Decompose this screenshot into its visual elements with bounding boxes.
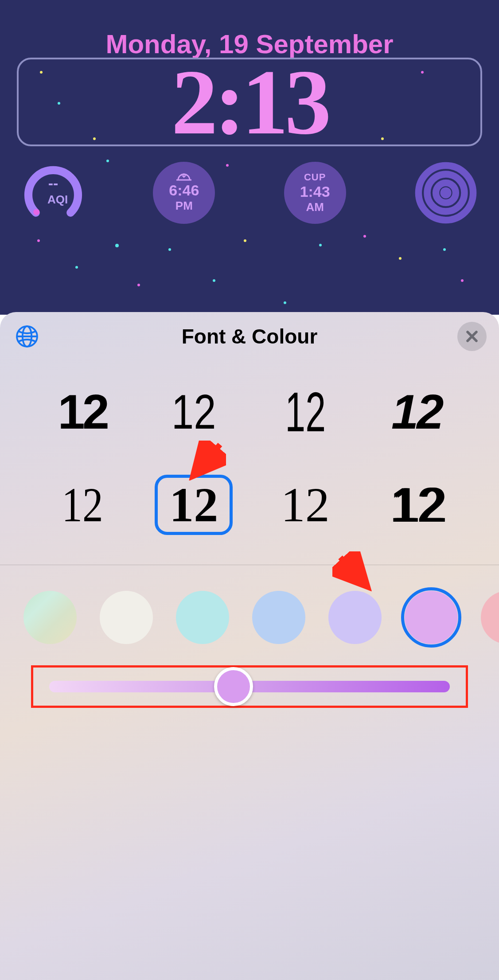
font-colour-panel: Font & Colour 12 12 12 12 12 12 12 12 bbox=[0, 312, 499, 980]
sunset-time: 6:46 bbox=[169, 182, 199, 199]
lockscreen-time: 2:13 bbox=[172, 55, 328, 148]
widget-aqi[interactable]: -- AQI bbox=[22, 162, 84, 224]
shade-slider-thumb[interactable] bbox=[214, 667, 253, 706]
activity-rings-icon bbox=[415, 162, 477, 224]
svg-line-12 bbox=[340, 558, 364, 584]
color-swatch-pink[interactable] bbox=[477, 587, 499, 648]
globe-icon bbox=[15, 324, 39, 349]
language-button[interactable] bbox=[12, 322, 42, 351]
svg-point-0 bbox=[33, 209, 39, 215]
panel-title: Font & Colour bbox=[182, 324, 318, 348]
color-swatch-gradient[interactable] bbox=[20, 587, 80, 648]
font-option-6-selected[interactable]: 12 bbox=[155, 475, 233, 535]
font-option-8[interactable]: 12 bbox=[378, 478, 455, 532]
font-option-5[interactable]: 12 bbox=[52, 478, 113, 532]
widget-worldclock[interactable]: CUP 1:43 AM bbox=[284, 162, 346, 224]
widgets-row: -- AQI 6:46 PM CUP 1:43 AM bbox=[22, 162, 477, 224]
sunset-icon bbox=[175, 173, 192, 182]
color-row bbox=[0, 565, 499, 665]
font-option-4[interactable]: 12 bbox=[380, 385, 453, 439]
panel-header: Font & Colour bbox=[0, 312, 499, 361]
font-option-3[interactable]: 12 bbox=[276, 381, 334, 443]
aqi-ring-icon bbox=[22, 162, 84, 224]
annotation-arrow-color bbox=[332, 551, 372, 591]
svg-point-5 bbox=[440, 187, 451, 198]
close-button[interactable] bbox=[457, 322, 487, 351]
close-icon bbox=[464, 329, 480, 344]
worldclock-period: AM bbox=[306, 200, 324, 214]
lockscreen-preview: Monday, 19 September 2:13 -- AQI 6:46 PM… bbox=[0, 0, 499, 315]
font-grid: 12 12 12 12 12 12 12 12 bbox=[0, 361, 499, 565]
color-swatch-blue[interactable] bbox=[249, 587, 309, 648]
color-swatch-white[interactable] bbox=[96, 587, 156, 648]
lockscreen-time-box[interactable]: 2:13 bbox=[17, 58, 482, 146]
widget-sunset[interactable]: 6:46 PM bbox=[153, 162, 215, 224]
widget-activity[interactable] bbox=[415, 162, 477, 224]
shade-slider-highlight bbox=[31, 665, 468, 708]
color-swatch-lavender[interactable] bbox=[325, 587, 385, 648]
color-swatch-cyan[interactable] bbox=[172, 587, 233, 648]
font-option-1[interactable]: 12 bbox=[47, 385, 118, 439]
sunset-period: PM bbox=[175, 199, 193, 213]
worldclock-city: CUP bbox=[304, 172, 326, 183]
font-option-2[interactable]: 12 bbox=[162, 385, 226, 439]
worldclock-time: 1:43 bbox=[300, 183, 330, 200]
annotation-arrow-font bbox=[186, 441, 226, 480]
color-swatch-violet-selected[interactable] bbox=[401, 587, 461, 648]
font-option-7[interactable]: 12 bbox=[269, 478, 341, 532]
svg-line-11 bbox=[196, 445, 220, 472]
shade-slider[interactable] bbox=[49, 681, 450, 692]
